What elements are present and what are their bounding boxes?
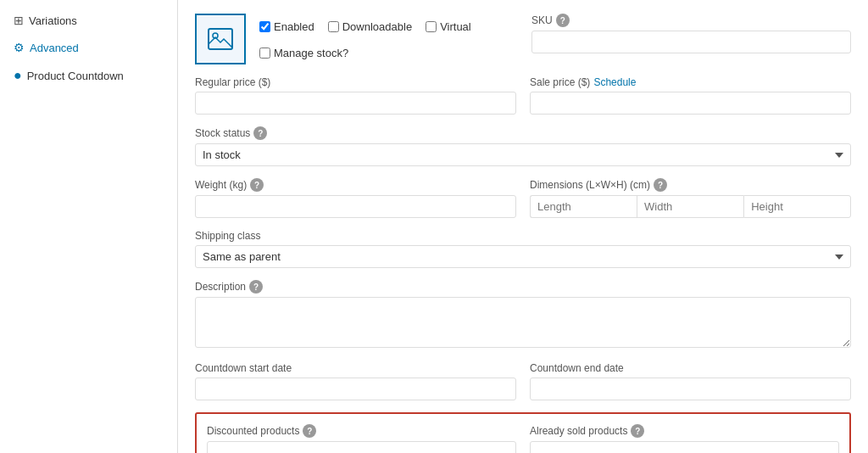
schedule-link[interactable]: Schedule — [593, 76, 636, 88]
product-image[interactable] — [195, 14, 246, 64]
length-input[interactable] — [530, 195, 637, 218]
weight-label: Weight (kg) ? — [195, 178, 516, 192]
products-row: Discounted products ? Already sold produ… — [207, 424, 839, 453]
sku-help-icon[interactable]: ? — [556, 14, 570, 27]
dimensions-group — [530, 195, 851, 218]
enabled-checkbox-label[interactable]: Enabled — [259, 20, 314, 33]
weight-help-icon[interactable]: ? — [250, 178, 264, 192]
sidebar-item-label: Advanced — [30, 42, 79, 54]
countdown-start-col: Countdown start date 2023-02-20 00:00 — [195, 362, 516, 400]
height-input[interactable] — [743, 195, 851, 218]
regular-price-col: Regular price ($) 1499 — [195, 76, 516, 115]
sku-label: SKU ? — [531, 14, 851, 27]
price-row: Regular price ($) 1499 Sale price ($) Sc… — [195, 76, 851, 115]
stock-status-label: Stock status ? — [195, 126, 851, 140]
highlighted-products-section: Discounted products ? Already sold produ… — [195, 412, 851, 453]
discounted-products-help-icon[interactable]: ? — [303, 424, 316, 438]
already-sold-input[interactable] — [530, 441, 839, 453]
stock-status-help-icon[interactable]: ? — [253, 126, 267, 140]
virtual-checkbox-label[interactable]: Virtual — [426, 20, 471, 33]
manage-stock-checkbox-label[interactable]: Manage stock? — [259, 47, 348, 59]
sidebar-item-product-countdown[interactable]: ● Product Countdown — [0, 61, 177, 90]
top-row: Enabled Downloadable Virtual Manage — [195, 14, 851, 64]
main-content: Enabled Downloadable Virtual Manage — [178, 0, 868, 453]
already-sold-label: Already sold products ? — [530, 424, 839, 438]
discounted-products-label: Discounted products ? — [207, 424, 516, 438]
virtual-checkbox[interactable] — [426, 21, 437, 32]
description-row: Description ? — [195, 280, 851, 350]
sidebar: ⊞ Variations ⚙ Advanced ● Product Countd… — [0, 0, 178, 453]
description-input[interactable] — [195, 297, 851, 348]
downloadable-checkbox[interactable] — [328, 21, 339, 32]
dimensions-label: Dimensions (L×W×H) (cm) ? — [530, 178, 851, 192]
enabled-checkbox[interactable] — [259, 21, 270, 32]
shipping-class-label: Shipping class — [195, 230, 851, 242]
sale-price-input[interactable] — [530, 92, 851, 115]
dimensions-col: Dimensions (L×W×H) (cm) ? — [530, 178, 851, 218]
bullet-icon: ● — [14, 68, 22, 83]
stock-status-row: Stock status ? In stock Out of stock On … — [195, 126, 851, 166]
width-input[interactable] — [637, 195, 743, 218]
regular-price-label: Regular price ($) — [195, 76, 516, 88]
weight-input[interactable] — [195, 195, 516, 218]
checkboxes-area: Enabled Downloadable Virtual Manage — [259, 14, 515, 59]
sale-price-label: Sale price ($) Schedule — [530, 76, 851, 88]
description-label: Description ? — [195, 280, 851, 294]
already-sold-col: Already sold products ? — [530, 424, 839, 453]
countdown-dates-row: Countdown start date 2023-02-20 00:00 Co… — [195, 362, 851, 400]
shipping-class-row: Shipping class Same as parent No shippin… — [195, 230, 851, 268]
countdown-end-label: Countdown end date — [530, 362, 851, 374]
shipping-class-select[interactable]: Same as parent No shipping class — [195, 245, 851, 268]
downloadable-checkbox-label[interactable]: Downloadable — [328, 20, 412, 33]
manage-stock-checkbox[interactable] — [259, 48, 270, 59]
sidebar-item-label: Variations — [29, 14, 77, 27]
stock-status-select[interactable]: In stock Out of stock On backorder — [195, 143, 851, 166]
weight-dimensions-row: Weight (kg) ? Dimensions (L×W×H) (cm) ? — [195, 178, 851, 218]
countdown-end-input[interactable]: 2024-05-31 00:00 — [530, 378, 851, 400]
gear-icon: ⚙ — [14, 41, 25, 54]
checkboxes-row: Enabled Downloadable Virtual Manage — [259, 20, 515, 59]
countdown-start-input[interactable]: 2023-02-20 00:00 — [195, 378, 516, 400]
sku-input[interactable] — [531, 31, 851, 53]
sale-price-col: Sale price ($) Schedule — [530, 76, 851, 115]
sku-section: SKU ? — [531, 14, 851, 53]
countdown-start-label: Countdown start date — [195, 362, 516, 374]
grid-icon: ⊞ — [14, 14, 24, 27]
top-left-area: Enabled Downloadable Virtual Manage — [195, 14, 515, 64]
weight-col: Weight (kg) ? — [195, 178, 516, 218]
svg-rect-0 — [209, 29, 232, 49]
top-left-inner: Enabled Downloadable Virtual Manage — [195, 14, 515, 64]
countdown-end-col: Countdown end date 2024-05-31 00:00 — [530, 362, 851, 400]
discounted-products-col: Discounted products ? — [207, 424, 516, 453]
sidebar-item-advanced[interactable]: ⚙ Advanced — [0, 34, 177, 61]
already-sold-help-icon[interactable]: ? — [631, 424, 644, 438]
regular-price-input[interactable]: 1499 — [195, 92, 516, 115]
discounted-products-input[interactable] — [207, 441, 516, 453]
sidebar-item-label: Product Countdown — [27, 70, 124, 82]
description-help-icon[interactable]: ? — [249, 280, 263, 294]
sidebar-item-variations[interactable]: ⊞ Variations — [0, 7, 177, 34]
dimensions-help-icon[interactable]: ? — [654, 178, 667, 192]
